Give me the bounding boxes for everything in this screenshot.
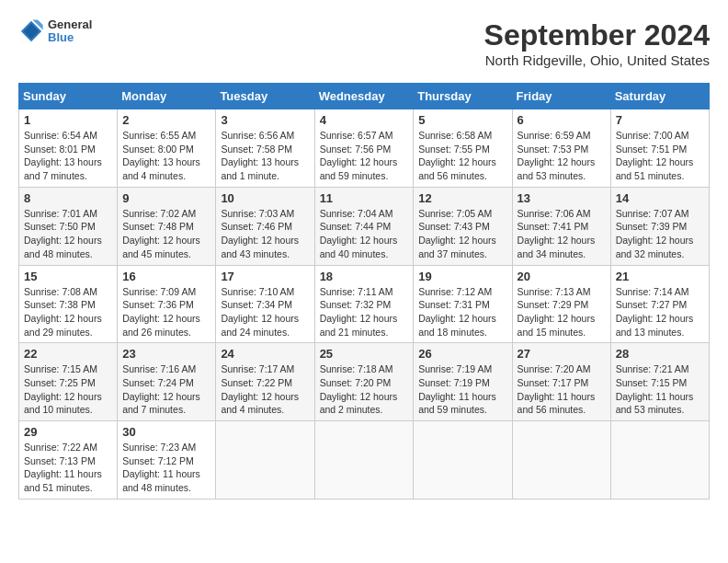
day-number: 20 [518,270,606,283]
day-info: Sunrise: 6:57 AMSunset: 7:56 PMDaylight:… [320,129,409,183]
calendar-cell: 24Sunrise: 7:17 AMSunset: 7:22 PMDayligh… [216,343,314,421]
calendar-cell [314,421,414,500]
header-day-thursday: Thursday [414,84,512,109]
svg-marker-1 [24,24,40,40]
day-number: 10 [221,191,309,205]
day-number: 24 [221,347,309,361]
logo-line1: General [48,18,92,31]
calendar-cell: 13Sunrise: 7:06 AMSunset: 7:41 PMDayligh… [512,187,610,265]
day-info: Sunrise: 6:58 AMSunset: 7:55 PMDaylight:… [418,129,506,183]
day-number: 1 [24,113,112,127]
day-number: 13 [518,191,606,205]
day-number: 30 [122,425,210,439]
day-info: Sunrise: 7:13 AMSunset: 7:29 PMDaylight:… [518,285,606,339]
header-day-tuesday: Tuesday [216,84,314,109]
logo-line2: Blue [48,31,92,44]
day-number: 8 [24,191,112,205]
day-info: Sunrise: 7:14 AMSunset: 7:27 PMDaylight:… [616,285,704,339]
day-number: 16 [122,270,210,283]
calendar-cell: 27Sunrise: 7:20 AMSunset: 7:17 PMDayligh… [512,343,610,421]
calendar-cell: 16Sunrise: 7:09 AMSunset: 7:36 PMDayligh… [118,265,216,343]
day-number: 6 [518,113,606,127]
day-number: 21 [616,270,704,283]
calendar-cell [512,421,610,500]
day-number: 27 [518,347,606,361]
day-info: Sunrise: 7:17 AMSunset: 7:22 PMDaylight:… [221,362,309,417]
calendar-cell: 20Sunrise: 7:13 AMSunset: 7:29 PMDayligh… [512,265,610,343]
logo-text: General Blue [48,18,92,45]
day-number: 11 [320,191,409,205]
calendar-cell: 30Sunrise: 7:23 AMSunset: 7:12 PMDayligh… [118,421,216,500]
calendar-cell: 29Sunrise: 7:22 AMSunset: 7:13 PMDayligh… [19,421,118,500]
day-info: Sunrise: 7:16 AMSunset: 7:24 PMDaylight:… [122,362,210,417]
day-info: Sunrise: 7:02 AMSunset: 7:48 PMDaylight:… [122,207,210,261]
calendar-cell: 12Sunrise: 7:05 AMSunset: 7:43 PMDayligh… [414,187,512,265]
calendar-cell: 28Sunrise: 7:21 AMSunset: 7:15 PMDayligh… [610,343,709,421]
calendar-cell: 25Sunrise: 7:18 AMSunset: 7:20 PMDayligh… [314,343,414,421]
day-number: 18 [320,270,409,283]
calendar-cell: 17Sunrise: 7:10 AMSunset: 7:34 PMDayligh… [216,265,314,343]
day-number: 25 [320,347,409,361]
calendar-cell: 3Sunrise: 6:56 AMSunset: 7:58 PMDaylight… [216,109,314,188]
day-number: 19 [418,270,506,283]
day-info: Sunrise: 7:18 AMSunset: 7:20 PMDaylight:… [320,362,409,417]
day-info: Sunrise: 7:10 AMSunset: 7:34 PMDaylight:… [221,285,309,339]
calendar-cell: 9Sunrise: 7:02 AMSunset: 7:48 PMDaylight… [118,187,216,265]
day-info: Sunrise: 6:59 AMSunset: 7:53 PMDaylight:… [518,129,606,183]
logo: General Blue [18,18,92,45]
day-number: 9 [122,191,210,205]
calendar-body: 1Sunrise: 6:54 AMSunset: 8:01 PMDaylight… [19,109,710,500]
calendar-cell: 21Sunrise: 7:14 AMSunset: 7:27 PMDayligh… [610,265,709,343]
day-info: Sunrise: 7:11 AMSunset: 7:32 PMDaylight:… [320,285,409,339]
day-number: 15 [24,270,112,283]
day-number: 3 [221,113,309,127]
day-info: Sunrise: 7:09 AMSunset: 7:36 PMDaylight:… [122,285,210,339]
calendar-week-1: 1Sunrise: 6:54 AMSunset: 8:01 PMDaylight… [19,109,710,188]
calendar-title: September 2024 [484,18,710,52]
calendar-cell: 6Sunrise: 6:59 AMSunset: 7:53 PMDaylight… [512,109,610,188]
day-info: Sunrise: 6:55 AMSunset: 8:00 PMDaylight:… [122,129,210,183]
calendar-cell: 14Sunrise: 7:07 AMSunset: 7:39 PMDayligh… [610,187,709,265]
calendar-cell: 2Sunrise: 6:55 AMSunset: 8:00 PMDaylight… [118,109,216,188]
day-info: Sunrise: 7:01 AMSunset: 7:50 PMDaylight:… [24,207,112,261]
day-info: Sunrise: 6:56 AMSunset: 7:58 PMDaylight:… [221,129,309,183]
calendar-cell: 11Sunrise: 7:04 AMSunset: 7:44 PMDayligh… [314,187,414,265]
day-number: 28 [616,347,704,361]
calendar-cell: 23Sunrise: 7:16 AMSunset: 7:24 PMDayligh… [118,343,216,421]
calendar-cell: 7Sunrise: 7:00 AMSunset: 7:51 PMDaylight… [610,109,709,188]
day-info: Sunrise: 7:03 AMSunset: 7:46 PMDaylight:… [221,207,309,261]
calendar-cell: 1Sunrise: 6:54 AMSunset: 8:01 PMDaylight… [19,109,118,188]
calendar-week-3: 15Sunrise: 7:08 AMSunset: 7:38 PMDayligh… [19,265,710,343]
calendar-week-4: 22Sunrise: 7:15 AMSunset: 7:25 PMDayligh… [19,343,710,421]
calendar-table: SundayMondayTuesdayWednesdayThursdayFrid… [18,83,710,500]
day-info: Sunrise: 7:07 AMSunset: 7:39 PMDaylight:… [616,207,704,261]
calendar-cell: 5Sunrise: 6:58 AMSunset: 7:55 PMDaylight… [414,109,512,188]
calendar-cell: 8Sunrise: 7:01 AMSunset: 7:50 PMDaylight… [19,187,118,265]
day-info: Sunrise: 7:21 AMSunset: 7:15 PMDaylight:… [616,362,704,417]
calendar-cell: 19Sunrise: 7:12 AMSunset: 7:31 PMDayligh… [414,265,512,343]
day-number: 17 [221,270,309,283]
day-info: Sunrise: 7:04 AMSunset: 7:44 PMDaylight:… [320,207,409,261]
header-day-wednesday: Wednesday [314,84,414,109]
day-number: 12 [418,191,506,205]
day-info: Sunrise: 7:22 AMSunset: 7:13 PMDaylight:… [24,441,112,495]
day-info: Sunrise: 7:19 AMSunset: 7:19 PMDaylight:… [418,362,506,417]
calendar-week-2: 8Sunrise: 7:01 AMSunset: 7:50 PMDaylight… [19,187,710,265]
calendar-cell [610,421,709,500]
day-info: Sunrise: 7:08 AMSunset: 7:38 PMDaylight:… [24,285,112,339]
day-number: 4 [320,113,409,127]
day-number: 2 [122,113,210,127]
day-info: Sunrise: 7:12 AMSunset: 7:31 PMDaylight:… [418,285,506,339]
calendar-cell: 10Sunrise: 7:03 AMSunset: 7:46 PMDayligh… [216,187,314,265]
logo-icon [18,18,44,44]
calendar-cell [414,421,512,500]
calendar-cell: 18Sunrise: 7:11 AMSunset: 7:32 PMDayligh… [314,265,414,343]
page-header: General Blue September 2024 North Ridgev… [18,18,710,68]
day-number: 29 [24,425,112,439]
day-info: Sunrise: 7:23 AMSunset: 7:12 PMDaylight:… [122,441,210,495]
calendar-cell: 15Sunrise: 7:08 AMSunset: 7:38 PMDayligh… [19,265,118,343]
day-number: 7 [616,113,704,127]
calendar-header: SundayMondayTuesdayWednesdayThursdayFrid… [19,84,710,109]
header-day-monday: Monday [118,84,216,109]
calendar-cell [216,421,314,500]
